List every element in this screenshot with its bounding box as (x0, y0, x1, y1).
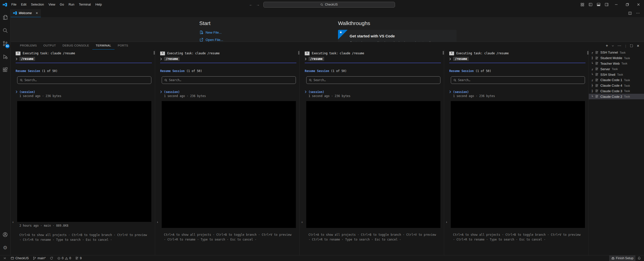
pane-scrollbar-thumb[interactable] (298, 51, 299, 55)
session-entry[interactable]: (session) (160, 89, 297, 94)
session-entry[interactable]: (session) (305, 89, 441, 94)
panel-actions-divider: | (625, 44, 626, 48)
tab-welcome[interactable]: Welcome ✕ (11, 9, 41, 17)
menu-go[interactable]: Go (58, 3, 66, 6)
new-terminal-icon[interactable]: + (606, 44, 608, 48)
toggle-primary-sidebar-icon[interactable] (589, 3, 593, 7)
panel-tab-debug-console[interactable]: DEBUG CONSOLE (59, 42, 93, 50)
session-entry[interactable]: (session) (16, 89, 152, 94)
forward-arrow-icon[interactable]: → (256, 3, 260, 7)
session-entry[interactable]: (session) (449, 89, 586, 94)
minimize-button[interactable] (611, 0, 622, 9)
panel-tab-ports[interactable]: PORTS (115, 42, 131, 50)
remote-indicator[interactable] (1, 255, 9, 261)
terminal-pane[interactable]: * Executing task: claude /resume /resume… (444, 50, 589, 255)
extensions-icon[interactable] (0, 63, 11, 76)
pane-scrollbar-thumb[interactable] (443, 51, 444, 55)
session-chevron-icon (16, 90, 17, 93)
terminal-list-item-claude-code-4[interactable]: ├Claude Code 4Task (589, 83, 644, 88)
close-tab-icon[interactable]: ✕ (36, 11, 38, 15)
walkthrough-card-get-started[interactable]: ★ Get started with VS Code Customize you… (338, 30, 457, 42)
editor-more-actions-icon[interactable]: ⋯ (636, 11, 640, 15)
pane-scrollbar-thumb[interactable] (154, 51, 155, 55)
back-arrow-icon[interactable]: ← (249, 3, 253, 7)
project-button[interactable]: CheckUS (9, 255, 31, 261)
source-control-icon[interactable]: 64 (0, 37, 11, 50)
session-search-input[interactable]: Search… (162, 76, 296, 84)
terminal-pane[interactable]: * Executing task: claude /resume /resume… (11, 50, 155, 255)
toggle-panel-icon[interactable] (597, 3, 601, 7)
running-tasks-button[interactable]: 9 (73, 255, 84, 261)
menu-run[interactable]: Run (66, 3, 77, 6)
menu-view[interactable]: View (46, 3, 58, 6)
command-row: /resume (16, 56, 152, 62)
terminal-list-item-claude-code-1[interactable]: ┌Claude Code 1Task (589, 77, 644, 83)
maximize-panel-icon[interactable] (630, 44, 633, 48)
task-tools-icon (595, 89, 599, 93)
terminal-list-item-student-mobile[interactable]: ├Student MobileTask (589, 55, 644, 61)
customize-layout-icon[interactable] (580, 3, 584, 7)
terminal-list-item-ssh-tunnel[interactable]: ┌SSH TunnelTask (589, 50, 644, 55)
close-window-button[interactable] (633, 0, 644, 9)
search-view-icon[interactable] (0, 24, 11, 37)
error-icon (57, 257, 61, 260)
terminal-list-item-teacher-web[interactable]: └Teacher WebTask (589, 61, 644, 66)
search-placeholder: Search… (314, 78, 326, 82)
run-debug-icon[interactable] (0, 50, 11, 63)
session-search-input[interactable]: Search… (306, 76, 440, 84)
problems-button[interactable]: 0 0 (55, 255, 73, 261)
notifications-bell[interactable] (635, 255, 643, 261)
terminal-list-item-claude-code-3[interactable]: ├Claude Code 3Task (589, 88, 644, 94)
terminal-list-item-ssh-shell[interactable]: └SSH ShellTask (589, 72, 644, 77)
status-bar: CheckUS main* 0 0 9 Finish (0, 255, 644, 261)
menu-terminal[interactable]: Terminal (77, 3, 93, 6)
session-search-input[interactable]: Search… (17, 76, 151, 84)
restore-button[interactable] (622, 0, 633, 9)
panel-tab-problems[interactable]: PROBLEMS (17, 42, 40, 50)
keyboard-hints: Ctrl+A to show all projects · Ctrl+B to … (449, 232, 586, 242)
pane-scrollbar-thumb[interactable] (587, 51, 589, 55)
terminal-name: SSH Tunnel (600, 51, 618, 54)
session-search-input[interactable]: Search… (451, 76, 585, 84)
explorer-icon[interactable] (0, 11, 11, 24)
terminal-list-item-claude-code-2[interactable]: └Claude Code 2Task (589, 94, 644, 99)
terminal-name: Claude Code 3 (600, 89, 622, 93)
session-label: (session) (19, 90, 35, 94)
panel-tab-output[interactable]: OUTPUT (40, 42, 59, 50)
panel-tab-terminal[interactable]: TERMINAL (92, 42, 114, 50)
git-branch-button[interactable]: main* (31, 255, 48, 261)
command-center-search[interactable]: CheckUS (263, 2, 395, 8)
menu-edit[interactable]: Edit (19, 3, 29, 6)
session-preview-box (306, 101, 440, 228)
toggle-secondary-sidebar-icon[interactable] (605, 3, 609, 7)
terminal-pane[interactable]: * Executing task: claude /resume /resume… (155, 50, 300, 255)
terminal-type: Task (624, 89, 630, 92)
hint-line: Ctrl+A to show all projects · Ctrl+B to … (164, 232, 297, 237)
search-icon (320, 3, 323, 6)
panel-more-actions-icon[interactable]: ⋯ (618, 43, 622, 48)
new-file-link[interactable]: New File... (199, 30, 223, 34)
open-file-link[interactable]: Open File... (199, 38, 223, 42)
session-chevron-icon (160, 90, 162, 93)
menu-file[interactable]: File (9, 3, 19, 6)
settings-gear-icon[interactable]: ⚙ (0, 241, 11, 254)
scroll-down-indicator: ↓ (157, 220, 158, 224)
terminal-list-item-server[interactable]: ┌ServerTask (589, 66, 644, 72)
hint-line: · Ctrl+R to rename · Type to search · Es… (453, 237, 586, 242)
menu-selection[interactable]: Selection (29, 3, 46, 6)
task-badge: * (449, 52, 454, 55)
sync-button[interactable] (48, 255, 55, 261)
resume-session-title: Resume Session (449, 69, 474, 73)
menu-help[interactable]: Help (93, 3, 104, 6)
finish-setup-button[interactable]: Finish Setup (609, 255, 635, 261)
bottom-panel: PROBLEMSOUTPUTDEBUG CONSOLETERMINALPORTS… (11, 42, 644, 255)
prompt-chevron-icon (305, 58, 306, 60)
task-header-text: Executing task: claude /resume (312, 52, 364, 55)
terminal-launch-dropdown-icon[interactable] (612, 45, 614, 47)
hint-line: Ctrl+A to show all projects · Ctrl+B to … (309, 232, 441, 237)
close-panel-icon[interactable]: ✕ (637, 44, 639, 48)
command-text: /resume (19, 57, 35, 61)
split-editor-icon[interactable] (628, 11, 632, 15)
terminal-pane[interactable]: * Executing task: claude /resume /resume… (300, 50, 444, 255)
account-icon[interactable] (0, 228, 11, 241)
